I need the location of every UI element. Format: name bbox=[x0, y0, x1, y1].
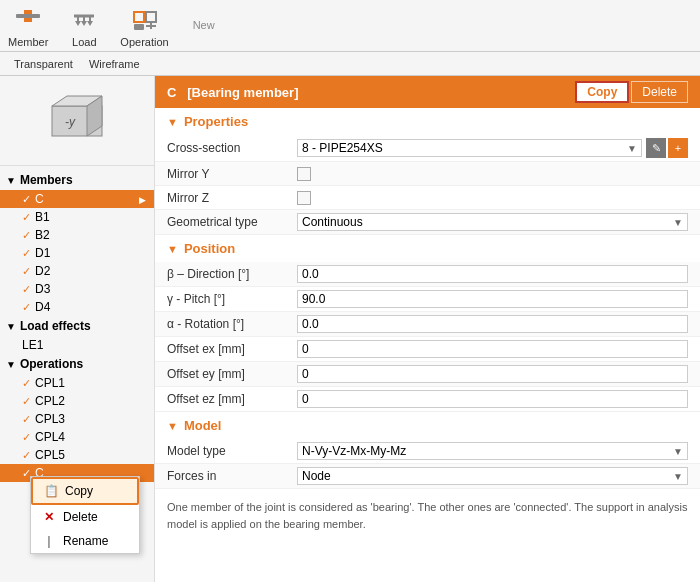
check-cpl2: ✓ bbox=[22, 395, 31, 408]
svg-rect-11 bbox=[146, 12, 156, 22]
copy-button[interactable]: Copy bbox=[575, 81, 629, 103]
forces-in-dropdown[interactable]: Node ▼ bbox=[297, 467, 688, 485]
sidebar-item-cpl1[interactable]: ✓ CPL1 bbox=[0, 374, 154, 392]
offset-ey-input[interactable]: 0 bbox=[297, 365, 688, 383]
alpha-input[interactable]: 0.0 bbox=[297, 315, 688, 333]
prop-mirror-y: Mirror Y bbox=[155, 162, 700, 186]
prop-gamma: γ - Pitch [°] 90.0 bbox=[155, 287, 700, 312]
check-cpl1: ✓ bbox=[22, 377, 31, 390]
wireframe-button[interactable]: Wireframe bbox=[83, 58, 146, 70]
sidebar-item-b1[interactable]: ✓ B1 bbox=[0, 208, 154, 226]
delete-button[interactable]: Delete bbox=[631, 81, 688, 103]
sidebar-item-d4[interactable]: ✓ D4 bbox=[0, 298, 154, 316]
group-operations[interactable]: ▼ Operations bbox=[0, 354, 154, 374]
offset-ez-label: Offset ez [mm] bbox=[167, 392, 297, 406]
forces-in-arrow: ▼ bbox=[673, 471, 683, 482]
edit-button[interactable]: ✎ bbox=[646, 138, 666, 158]
mirror-y-checkbox[interactable] bbox=[297, 167, 311, 181]
sidebar-item-cpl5[interactable]: ✓ CPL5 bbox=[0, 446, 154, 464]
add-button[interactable]: + bbox=[668, 138, 688, 158]
sidebar: -y ▼ Members ✓ C ✓ B1 ✓ B2 ✓ bbox=[0, 76, 155, 582]
sidebar-item-d2[interactable]: ✓ D2 bbox=[0, 262, 154, 280]
context-menu-delete[interactable]: ✕ Delete bbox=[31, 505, 139, 529]
beta-label: β – Direction [°] bbox=[167, 267, 297, 281]
context-menu-rename[interactable]: | Rename bbox=[31, 529, 139, 553]
arrow-right-icon bbox=[139, 192, 146, 206]
sidebar-item-cpl2[interactable]: ✓ CPL2 bbox=[0, 392, 154, 410]
panel-header: C [Bearing member] Copy Delete bbox=[155, 76, 700, 108]
prop-mirror-z: Mirror Z bbox=[155, 186, 700, 210]
delete-menu-icon: ✕ bbox=[41, 510, 57, 524]
prop-beta: β – Direction [°] 0.0 bbox=[155, 262, 700, 287]
load-arrow-icon: ▼ bbox=[6, 321, 16, 332]
prop-cross-section: Cross-section 8 - PIPE254XS ▼ ✎ + bbox=[155, 135, 700, 162]
cross-section-actions: ✎ + bbox=[646, 138, 688, 158]
check-icon: ✓ bbox=[22, 193, 31, 206]
gamma-value: 90.0 bbox=[302, 292, 325, 306]
item-cpl2-label: CPL2 bbox=[35, 394, 146, 408]
member-icon bbox=[12, 4, 44, 36]
check-icon-d1: ✓ bbox=[22, 247, 31, 260]
cross-section-value: 8 - PIPE254XS bbox=[302, 141, 627, 155]
group-members[interactable]: ▼ Members bbox=[0, 170, 154, 190]
properties-content: ▼ Properties Cross-section 8 - PIPE254XS… bbox=[155, 108, 700, 582]
panel-title-text: [Bearing member] bbox=[187, 85, 298, 100]
svg-marker-7 bbox=[81, 21, 87, 26]
check-cpl3: ✓ bbox=[22, 413, 31, 426]
offset-ex-value: 0 bbox=[302, 342, 309, 356]
model-type-dropdown[interactable]: N-Vy-Vz-Mx-My-Mz ▼ bbox=[297, 442, 688, 460]
sidebar-item-cpl3[interactable]: ✓ CPL3 bbox=[0, 410, 154, 428]
item-b1-label: B1 bbox=[35, 210, 146, 224]
model-arrow-icon: ▼ bbox=[167, 420, 178, 432]
model-type-arrow: ▼ bbox=[673, 446, 683, 457]
view-row: Transparent Wireframe bbox=[0, 52, 700, 76]
model-type-label: Model type bbox=[167, 444, 297, 458]
new-label: New bbox=[185, 19, 223, 33]
sidebar-item-c[interactable]: ✓ C bbox=[0, 190, 154, 208]
toolbar-member-label: Member bbox=[8, 36, 48, 48]
sidebar-item-b2[interactable]: ✓ B2 bbox=[0, 226, 154, 244]
context-copy-label: Copy bbox=[65, 484, 93, 498]
toolbar-load[interactable]: Load bbox=[64, 4, 104, 48]
item-cpl1-label: CPL1 bbox=[35, 376, 146, 390]
item-cpl4-label: CPL4 bbox=[35, 430, 146, 444]
offset-ez-input[interactable]: 0 bbox=[297, 390, 688, 408]
sidebar-item-le1[interactable]: LE1 bbox=[0, 336, 154, 354]
section-model-header[interactable]: ▼ Model bbox=[155, 412, 700, 439]
cross-section-arrow: ▼ bbox=[627, 143, 637, 154]
panel-title-prefix: C bbox=[167, 85, 176, 100]
sidebar-item-cpl4[interactable]: ✓ CPL4 bbox=[0, 428, 154, 446]
geo-type-dropdown[interactable]: Continuous ▼ bbox=[297, 213, 688, 231]
toolbar-member[interactable]: Member bbox=[8, 4, 48, 48]
svg-marker-5 bbox=[75, 21, 81, 26]
gamma-input[interactable]: 90.0 bbox=[297, 290, 688, 308]
sidebar-item-d3[interactable]: ✓ D3 bbox=[0, 280, 154, 298]
offset-ez-value: 0 bbox=[302, 392, 309, 406]
svg-rect-12 bbox=[134, 24, 144, 30]
geo-type-label: Geometrical type bbox=[167, 215, 297, 229]
forces-in-label: Forces in bbox=[167, 469, 297, 483]
context-menu-copy[interactable]: 📋 Copy bbox=[31, 477, 139, 505]
check-icon-b1: ✓ bbox=[22, 211, 31, 224]
operation-icon bbox=[129, 4, 161, 36]
arrow-icon: ▼ bbox=[6, 175, 16, 186]
toolbar-operation[interactable]: Operation bbox=[120, 4, 168, 48]
mirror-z-checkbox[interactable] bbox=[297, 191, 311, 205]
check-icon-d2: ✓ bbox=[22, 265, 31, 278]
beta-input[interactable]: 0.0 bbox=[297, 265, 688, 283]
right-panel: C [Bearing member] Copy Delete ▼ Propert… bbox=[155, 76, 700, 582]
transparent-button[interactable]: Transparent bbox=[8, 58, 79, 70]
properties-title: Properties bbox=[184, 114, 248, 129]
section-properties-header[interactable]: ▼ Properties bbox=[155, 108, 700, 135]
alpha-label: α - Rotation [°] bbox=[167, 317, 297, 331]
rename-menu-icon: | bbox=[41, 534, 57, 548]
offset-ex-input[interactable]: 0 bbox=[297, 340, 688, 358]
group-ops-label: Operations bbox=[20, 357, 83, 371]
item-cpl3-label: CPL3 bbox=[35, 412, 146, 426]
cross-section-dropdown[interactable]: 8 - PIPE254XS ▼ bbox=[297, 139, 642, 157]
group-load-effects[interactable]: ▼ Load effects bbox=[0, 316, 154, 336]
item-le1-label: LE1 bbox=[22, 338, 146, 352]
section-position-header[interactable]: ▼ Position bbox=[155, 235, 700, 262]
sidebar-item-d1[interactable]: ✓ D1 bbox=[0, 244, 154, 262]
svg-marker-9 bbox=[87, 21, 93, 26]
